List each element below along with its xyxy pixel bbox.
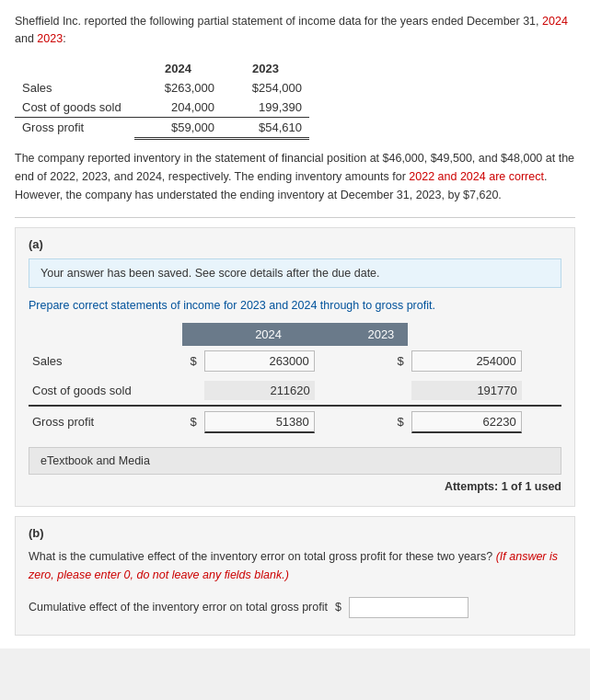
section-a-label: (a) [29,237,561,251]
sales-2023: $254,000 [222,78,309,98]
intro-paragraph: Sheffield Inc. reported the following pa… [15,13,575,48]
sales-input-2024[interactable] [201,346,354,376]
cogs-dollar-2023 [385,376,408,406]
sales-label: Sales [29,346,182,376]
year-highlight-2024: 2024 [542,15,568,28]
gross-profit-dollar-2023: $ [385,406,408,438]
answer-row-gross-profit: Gross profit $ $ [29,406,561,438]
gross-profit-value-2023[interactable] [411,411,522,433]
sales-value-2023[interactable] [411,350,522,372]
income-table: 2024 2023 Sales $263,000 $254,000 Cost o… [15,59,309,140]
gross-profit-input-2024[interactable] [201,406,354,438]
row-label-sales: Sales [15,78,134,98]
prepare-instruction: Prepare correct statements of income for… [29,299,561,312]
sales-input-2023[interactable] [408,346,561,376]
col-header-2024: 2024 [134,59,222,78]
table-row: Gross profit $59,000 $54,610 [15,117,309,138]
gross-profit-dollar-2024: $ [182,406,201,438]
gross-profit-2023: $54,610 [222,117,309,138]
col-header-label [15,59,134,78]
answer-col-header-2023: 2023 [354,323,408,346]
attempts-info: Attempts: 1 of 1 used [29,480,561,497]
sales-2024: $263,000 [134,78,222,98]
sales-value-2024[interactable] [204,350,315,372]
cogs-2023: 199,390 [222,98,309,118]
cogs-input-2024[interactable] [201,376,354,406]
correct-years-highlight: 2022 and 2024 are correct [409,170,544,183]
cogs-2024: 204,000 [134,98,222,118]
year-highlight-2023: 2023 [37,32,63,45]
cogs-label: Cost of goods sold [29,376,182,406]
answer-table: 2024 2023 Sales $ $ [29,323,561,438]
section-b-label: (b) [29,526,561,540]
section-a: (a) Your answer has been saved. See scor… [15,227,575,507]
row-label-cogs: Cost of goods sold [15,98,134,118]
gross-profit-input-2023[interactable] [408,406,561,438]
saved-notice: Your answer has been saved. See score de… [29,258,561,288]
answer-table-wrapper: 2024 2023 Sales $ $ [29,323,561,438]
cogs-value-2024[interactable] [204,381,315,400]
cumulative-input[interactable] [349,597,469,618]
gross-profit-2024: $59,000 [134,117,222,138]
cogs-value-2023[interactable] [411,381,522,400]
section-b: (b) What is the cumulative effect of the… [15,516,575,636]
cogs-dollar-2024 [182,376,201,406]
answer-row-cogs: Cost of goods sold [29,376,561,406]
table-row: Cost of goods sold 204,000 199,390 [15,98,309,118]
gross-profit-label: Gross profit [29,406,182,438]
answer-col-header-2024: 2024 [182,323,354,346]
inventory-paragraph: The company reported inventory in the st… [15,149,575,218]
etextbook-bar[interactable]: eTextbook and Media [29,447,561,475]
answer-row-sales: Sales $ $ [29,346,561,376]
cumulative-row: Cumulative effect of the inventory error… [29,597,561,618]
row-label-gross-profit: Gross profit [15,117,134,138]
cogs-input-2023[interactable] [408,376,561,406]
gross-profit-value-2024[interactable] [204,411,315,433]
sales-dollar-2023: $ [385,346,408,376]
col-header-2023: 2023 [222,59,309,78]
cumulative-dollar: $ [335,601,341,614]
cumulative-label: Cumulative effect of the inventory error… [29,601,328,614]
sales-dollar-2024: $ [182,346,201,376]
question-b-text: What is the cumulative effect of the inv… [29,547,561,584]
table-row: Sales $263,000 $254,000 [15,78,309,98]
